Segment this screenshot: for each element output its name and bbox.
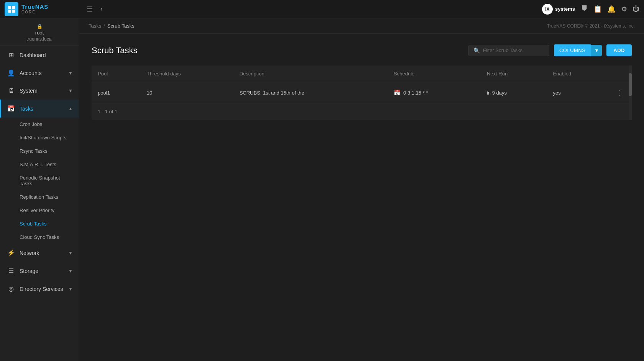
page-header: Scrub Tasks 🔍 COLUMNS ▼ ADD — [92, 44, 632, 56]
breadcrumb-parent[interactable]: Tasks — [89, 23, 101, 29]
add-button[interactable]: ADD — [606, 44, 632, 56]
tasks-label: Tasks — [20, 106, 33, 112]
col-pool: Pool — [92, 65, 141, 82]
scrub-label: Scrub Tasks — [20, 221, 47, 227]
cloud-sync-label: Cloud Sync Tasks — [20, 234, 59, 240]
scrollbar[interactable] — [629, 65, 632, 120]
dashboard-icon: ⊞ — [7, 51, 15, 59]
sidebar-item-directory[interactable]: ◎ Directory Services ▼ — [0, 280, 79, 298]
table-wrapper: Pool Threshold days Description Schedule… — [92, 65, 632, 120]
columns-dropdown-button[interactable]: ▼ — [591, 45, 602, 56]
sidebar-sub-scrub[interactable]: Scrub Tasks — [0, 217, 79, 230]
sidebar-item-network[interactable]: ⚡ Network ▼ — [0, 244, 79, 262]
breadcrumb: Tasks / Scrub Tasks TrueNAS CORE® © 2021… — [79, 18, 644, 34]
svg-rect-3 — [12, 10, 15, 13]
logo-icon — [5, 2, 18, 16]
ix-logo: iX systems — [542, 4, 575, 15]
cell-enabled: yes — [547, 82, 608, 103]
smart-label: S.M.A.R.T. Tests — [20, 162, 56, 167]
col-schedule: Schedule — [388, 65, 481, 82]
sidebar-item-accounts[interactable]: 👤 Accounts ▼ — [0, 64, 79, 82]
calendar-icon: 📅 — [394, 90, 400, 96]
directory-chevron: ▼ — [68, 286, 73, 292]
network-chevron: ▼ — [68, 250, 73, 256]
svg-rect-1 — [12, 6, 15, 9]
page-header-actions: 🔍 COLUMNS ▼ ADD — [468, 44, 632, 56]
ix-label: systems — [555, 6, 575, 12]
network-label: Network — [20, 250, 39, 256]
columns-button[interactable]: COLUMNS — [554, 44, 591, 56]
directory-label: Directory Services — [20, 286, 63, 292]
breadcrumb-current: Scrub Tasks — [107, 23, 135, 29]
storage-label: Storage — [20, 268, 38, 274]
scrub-tasks-table: Pool Threshold days Description Schedule… — [92, 65, 632, 103]
page-title: Scrub Tasks — [92, 46, 137, 56]
col-actions — [608, 65, 632, 82]
accounts-label: Accounts — [20, 70, 42, 76]
back-button[interactable]: ‹ — [98, 3, 105, 15]
tasks-icon: 📅 — [7, 105, 15, 112]
content: Scrub Tasks 🔍 COLUMNS ▼ ADD — [79, 34, 644, 361]
sidebar-sub-rsync[interactable]: Rsync Tasks — [0, 144, 79, 158]
col-description: Description — [233, 65, 388, 82]
system-label: System — [20, 88, 38, 94]
sidebar-sub-replication[interactable]: Replication Tasks — [0, 190, 79, 204]
search-icon: 🔍 — [473, 47, 480, 54]
table-header: Pool Threshold days Description Schedule… — [92, 65, 632, 82]
lock-icon: 🔒 — [37, 24, 43, 29]
brand-name: TrueNAS — [21, 4, 48, 10]
sidebar-sub-init-scripts[interactable]: Init/Shutdown Scripts — [0, 131, 79, 144]
bell-icon[interactable]: 🔔 — [607, 5, 616, 13]
logo-text: TrueNAS CORE — [21, 4, 48, 15]
scrollbar-thumb[interactable] — [629, 73, 632, 96]
sidebar-sub-cron-jobs[interactable]: Cron Jobs — [0, 118, 79, 131]
sidebar: 🔒 root truenas.local ⊞ Dashboard 👤 Accou… — [0, 18, 79, 361]
resilver-label: Resilver Priority — [20, 207, 54, 213]
cell-actions: ⋮ — [608, 82, 632, 103]
table-row: pool1 10 SCRUBS: 1st and 15th of the 📅 0… — [92, 82, 632, 103]
trident-icon[interactable]: ⛊ — [581, 5, 588, 13]
pagination-text: 1 - 1 of 1 — [98, 109, 117, 114]
dashboard-label: Dashboard — [20, 52, 46, 58]
accounts-icon: 👤 — [7, 69, 15, 77]
replication-label: Replication Tasks — [20, 194, 58, 200]
hostname: truenas.local — [26, 36, 53, 42]
search-box: 🔍 — [468, 45, 549, 56]
cell-threshold: 10 — [141, 82, 233, 103]
table-container: Pool Threshold days Description Schedule… — [92, 65, 632, 120]
sidebar-sub-smart[interactable]: S.M.A.R.T. Tests — [0, 158, 79, 171]
sidebar-item-storage[interactable]: ☰ Storage ▼ — [0, 262, 79, 280]
storage-chevron: ▼ — [68, 268, 73, 274]
topnav: TrueNAS CORE ☰ ‹ iX systems ⛊ 📋 🔔 ⚙ ⏻ — [0, 0, 644, 18]
system-icon: 🖥 — [7, 87, 15, 94]
sidebar-sub-snapshot[interactable]: Periodic Snapshot Tasks — [0, 171, 79, 190]
topnav-icons: ⛊ 📋 🔔 ⚙ ⏻ — [581, 5, 639, 13]
sidebar-sub-resilver[interactable]: Resilver Priority — [0, 204, 79, 217]
svg-rect-0 — [8, 6, 11, 9]
svg-rect-2 — [8, 10, 11, 13]
notes-icon[interactable]: 📋 — [593, 5, 602, 13]
logo: TrueNAS CORE — [5, 2, 81, 16]
tasks-chevron: ▲ — [68, 106, 73, 111]
row-actions-button[interactable]: ⋮ — [614, 88, 626, 98]
rsync-label: Rsync Tasks — [20, 148, 48, 154]
network-icon: ⚡ — [7, 249, 15, 256]
table-header-row: Pool Threshold days Description Schedule… — [92, 65, 632, 82]
sidebar-item-system[interactable]: 🖥 System ▼ — [0, 82, 79, 100]
init-scripts-label: Init/Shutdown Scripts — [20, 135, 66, 140]
search-input[interactable] — [483, 47, 544, 53]
sidebar-item-dashboard[interactable]: ⊞ Dashboard — [0, 46, 79, 64]
col-next-run: Next Run — [481, 65, 547, 82]
sidebar-sub-cloud-sync[interactable]: Cloud Sync Tasks — [0, 230, 79, 244]
main: Tasks / Scrub Tasks TrueNAS CORE® © 2021… — [79, 18, 644, 361]
power-icon[interactable]: ⏻ — [632, 5, 639, 13]
columns-button-group: COLUMNS ▼ — [554, 44, 602, 56]
ix-badge: iX — [542, 4, 553, 15]
cell-description: SCRUBS: 1st and 15th of the — [233, 82, 388, 103]
gear-icon[interactable]: ⚙ — [621, 5, 627, 13]
menu-button[interactable]: ☰ — [84, 3, 95, 15]
cell-schedule: 📅 0 3 1,15 * * — [388, 82, 481, 103]
cell-pool: pool1 — [92, 82, 141, 103]
sidebar-item-tasks[interactable]: 📅 Tasks ▲ — [0, 100, 79, 118]
schedule-value: 0 3 1,15 * * — [403, 90, 428, 96]
